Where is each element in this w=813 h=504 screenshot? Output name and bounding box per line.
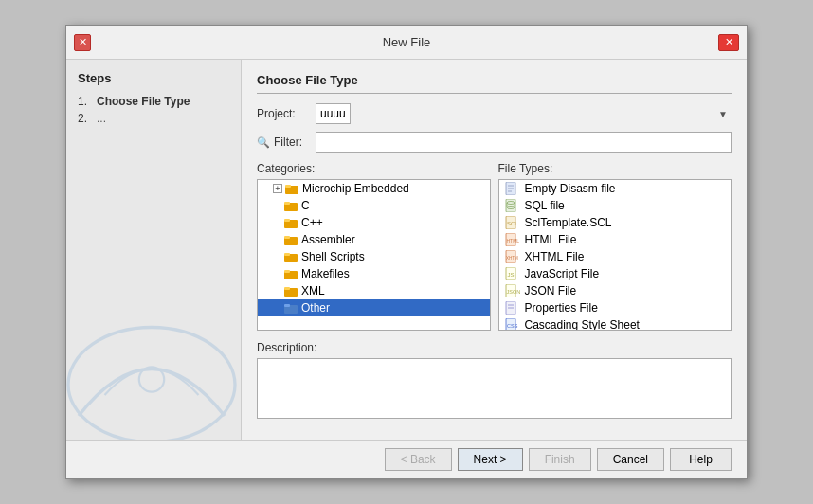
filetype-empty-disasm[interactable]: Empty Disasm file: [499, 180, 732, 197]
categories-panel: Categories: + Microchip Embedded: [257, 162, 491, 332]
list-item: Microchip Embedded: [302, 182, 409, 195]
cancel-button[interactable]: Cancel: [597, 448, 664, 471]
list-item: JSON File: [525, 284, 577, 297]
step-1-num: 1.: [78, 95, 93, 108]
list-item: Empty Disasm file: [525, 182, 616, 195]
step-2-num: 2.: [78, 112, 93, 125]
description-section: Description:: [257, 341, 732, 419]
close-button[interactable]: ✕: [74, 34, 91, 51]
xhtml-icon: XHTM: [505, 250, 520, 263]
list-item: HTML File: [525, 233, 577, 246]
list-item: SclTemplate.SCL: [525, 216, 612, 229]
folder-icon: [284, 268, 298, 279]
svg-text:JS: JS: [507, 272, 514, 278]
svg-point-1: [139, 367, 164, 391]
json-icon: JSON: [505, 284, 520, 297]
svg-rect-9: [284, 236, 290, 239]
filetypes-panel: File Types: Empty Disasm file: [498, 162, 732, 332]
category-xml[interactable]: XML: [258, 282, 490, 299]
expand-icon[interactable]: +: [273, 184, 282, 193]
project-select[interactable]: uuuu: [316, 103, 351, 124]
folder-icon: [284, 217, 298, 228]
svg-text:CSS: CSS: [507, 323, 518, 329]
project-label: Project:: [257, 107, 316, 120]
filetype-css[interactable]: CSS Cascading Style Sheet: [499, 316, 732, 331]
svg-text:XHTM: XHTM: [506, 256, 518, 261]
html-icon: HTML: [505, 233, 520, 246]
folder-icon: [284, 285, 298, 297]
svg-point-0: [68, 328, 235, 441]
filetype-html[interactable]: HTML HTML File: [499, 231, 732, 248]
new-file-dialog: ✕ New File ✕ Steps 1. Choose File Type 2…: [65, 25, 748, 479]
description-label: Description:: [257, 341, 732, 354]
props-icon: [505, 301, 520, 315]
folder-icon: [284, 302, 298, 314]
folder-icon: [285, 183, 298, 194]
list-item: Shell Scripts: [301, 250, 365, 263]
category-other[interactable]: Other: [258, 299, 490, 316]
categories-label: Categories:: [257, 162, 491, 175]
panels-row: Categories: + Microchip Embedded: [257, 162, 732, 332]
description-box: [257, 358, 732, 419]
step-1-label: Choose File Type: [97, 95, 190, 108]
category-shell[interactable]: Shell Scripts: [258, 248, 490, 265]
dialog-footer: < Back Next > Finish Cancel Help: [66, 440, 747, 478]
folder-icon: [284, 251, 298, 262]
filter-input[interactable]: [316, 132, 732, 153]
css-icon: CSS: [505, 318, 520, 331]
list-item: JavaScript File: [525, 267, 600, 280]
category-cpp[interactable]: C++: [258, 214, 490, 231]
filetype-sql[interactable]: SQL file: [499, 197, 732, 214]
filetype-xhtml[interactable]: XHTM XHTML File: [499, 248, 732, 265]
list-item: Other: [301, 301, 330, 315]
svg-rect-17: [284, 304, 290, 307]
list-item: C: [301, 199, 310, 212]
svg-text:SCL: SCL: [507, 221, 518, 226]
filetype-js[interactable]: JS JavaScript File: [499, 265, 732, 282]
dropdown-arrow-icon: ▼: [718, 109, 728, 119]
filetype-json[interactable]: JSON JSON File: [499, 282, 732, 299]
svg-rect-13: [284, 270, 290, 273]
list-item: SQL file: [525, 199, 565, 212]
category-assembler[interactable]: Assembler: [258, 231, 490, 248]
next-button[interactable]: Next >: [458, 448, 523, 471]
folder-icon: [284, 200, 298, 211]
svg-rect-7: [284, 219, 290, 222]
steps-title: Steps: [78, 71, 229, 85]
dialog-title: New File: [383, 35, 431, 49]
minimize-button[interactable]: ✕: [718, 34, 739, 51]
project-select-wrapper: uuuu ▼: [316, 103, 732, 124]
svg-rect-15: [284, 287, 290, 290]
category-makefiles[interactable]: Makefiles: [258, 265, 490, 282]
categories-list[interactable]: + Microchip Embedded: [257, 179, 491, 331]
filetypes-list[interactable]: Empty Disasm file SQL file: [498, 179, 732, 331]
folder-icon: [284, 234, 298, 245]
list-item: C++: [301, 216, 323, 229]
filetypes-label: File Types:: [498, 162, 732, 175]
step-2: 2. ...: [78, 112, 229, 125]
list-item: XHTML File: [525, 250, 585, 263]
help-button[interactable]: Help: [670, 448, 732, 471]
main-panel: Choose File Type Project: uuuu ▼ 🔍 Filte…: [242, 60, 747, 440]
svg-rect-5: [284, 202, 290, 205]
list-item: Makefiles: [301, 267, 350, 280]
back-button[interactable]: < Back: [385, 448, 452, 471]
list-item: Assembler: [301, 233, 355, 246]
filetype-scl[interactable]: SCL SclTemplate.SCL: [499, 214, 732, 231]
finish-button[interactable]: Finish: [529, 448, 591, 471]
steps-panel: Steps 1. Choose File Type 2. ...: [66, 60, 242, 440]
category-microchip[interactable]: + Microchip Embedded: [258, 180, 490, 197]
list-item: XML: [301, 284, 325, 297]
watermark-graphic: [66, 279, 242, 440]
filter-label: 🔍 Filter:: [257, 135, 316, 149]
section-title: Choose File Type: [257, 73, 732, 94]
svg-rect-11: [284, 253, 290, 256]
title-bar: ✕ New File ✕: [66, 26, 747, 60]
list-item: Properties File: [525, 301, 598, 315]
db-icon: [505, 199, 520, 212]
category-c[interactable]: C: [258, 197, 490, 214]
dialog-body: Steps 1. Choose File Type 2. ... Choose …: [66, 60, 747, 440]
filetype-properties[interactable]: Properties File: [499, 299, 732, 316]
step-2-label: ...: [97, 112, 106, 125]
scl-icon: SCL: [505, 216, 520, 229]
